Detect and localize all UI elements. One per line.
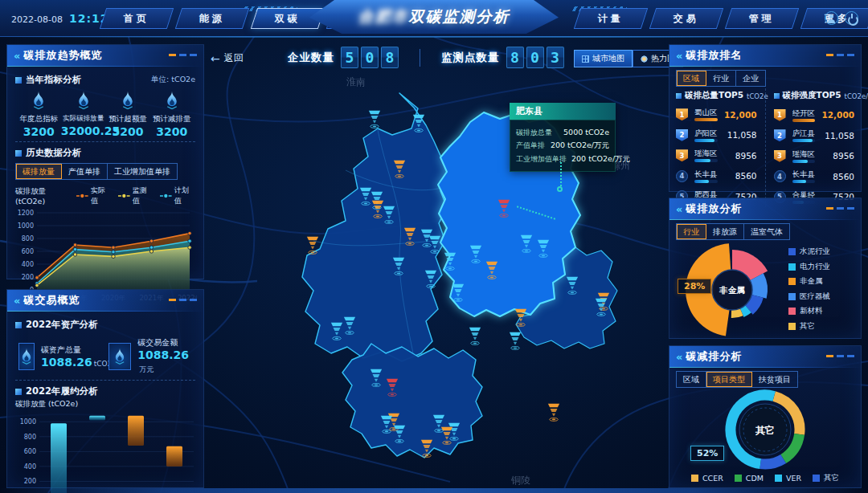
double-chevron-icon: « bbox=[14, 50, 18, 62]
tab-排放源[interactable]: 排放源 bbox=[706, 224, 744, 239]
legend-label: 计划值 bbox=[174, 185, 195, 206]
tooltip-row-label: 工业增加值单排 bbox=[516, 154, 567, 165]
rose-legend: 水泥行业电力行业非金属医疗器械新材料其它 bbox=[788, 246, 830, 332]
rank-bar-track bbox=[792, 160, 816, 163]
metric-value: 32000.25 bbox=[61, 124, 106, 137]
flame-icon bbox=[164, 91, 180, 109]
power-icon[interactable] bbox=[845, 11, 858, 25]
reduction-tabs: 区域项目类型扶贫项目 bbox=[676, 371, 798, 388]
tab-扶贫项目[interactable]: 扶贫项目 bbox=[752, 372, 797, 387]
rank-row-main: 瑶海区 bbox=[694, 149, 718, 162]
rank-medal-icon: 3 bbox=[676, 149, 688, 161]
emission-tabs: 行业排放源温室气体 bbox=[676, 223, 790, 240]
rank-bar bbox=[694, 180, 709, 183]
rank-name: 瑶海区 bbox=[694, 149, 718, 157]
divider bbox=[15, 141, 195, 142]
rank-row: 4长丰县8560 bbox=[774, 166, 855, 187]
page-title-main: 双碳监测分析 bbox=[409, 7, 510, 25]
pie-legend-item-水泥行业: 水泥行业 bbox=[788, 246, 830, 257]
rank-bar bbox=[694, 118, 718, 121]
panel-title: 碳交易概览 bbox=[23, 293, 80, 308]
stats-separator bbox=[420, 49, 420, 67]
legend-swatch bbox=[788, 323, 796, 330]
bottom-frame-line bbox=[0, 488, 868, 493]
tooltip-row: 产值单排200 tCO2e/万元 bbox=[516, 141, 609, 151]
nav-tab-能源[interactable]: 能源 bbox=[175, 8, 249, 29]
metric-value: 3200 bbox=[149, 125, 194, 138]
legend-label: 其它 bbox=[800, 321, 815, 332]
map-view-switch: 城市地图热力图 bbox=[574, 50, 683, 67]
section-title: 2022年资产分析 bbox=[15, 319, 98, 331]
back-button[interactable]: ← 返回 bbox=[211, 51, 244, 65]
map-marker-cyan[interactable] bbox=[469, 328, 481, 345]
rank-columns: 碳排总量TOP5tCO2e1蜀山区12,0002庐阳区11,0583瑶海区895… bbox=[676, 88, 854, 207]
tab-产值单排[interactable]: 产值单排 bbox=[62, 164, 108, 179]
flame-icon bbox=[31, 91, 47, 109]
asset-metrics: 碳资产总量1088.26tCO2e 碳交易金额1088.26万元 bbox=[15, 332, 195, 377]
tab-项目类型[interactable]: 项目类型 bbox=[706, 372, 752, 387]
tab-区域[interactable]: 区域 bbox=[677, 372, 706, 387]
metric-预计超额量: 预计超额量3200 bbox=[106, 91, 150, 138]
legend-swatch bbox=[788, 293, 796, 300]
nav-tab-label: 管理 bbox=[749, 12, 775, 26]
nav-tab-交易[interactable]: 交易 bbox=[649, 8, 723, 29]
rank-column-2: 碳排强度TOP5tCO2e/万元1经开区12,0002庐江县11,0583瑶海区… bbox=[765, 88, 855, 207]
stat-digit: 8 bbox=[381, 47, 399, 68]
tooltip-row-value: 200 tCO2e/万元 bbox=[571, 154, 630, 165]
legend-swatch bbox=[691, 475, 698, 482]
map-view-label: 城市地图 bbox=[592, 53, 624, 64]
rank-header-unit: tCO2e/万元 bbox=[845, 92, 868, 102]
section-title: 当年指标分析 bbox=[15, 74, 81, 86]
svg-text:400: 400 bbox=[22, 261, 34, 268]
rank-bar-track bbox=[792, 180, 816, 183]
nav-tab-label: 交易 bbox=[674, 12, 699, 26]
flame-icon bbox=[113, 348, 127, 365]
legend-swatch bbox=[735, 475, 742, 482]
svg-text:600: 600 bbox=[24, 448, 36, 455]
divider bbox=[15, 380, 195, 381]
section-title: 2022年履约分析 bbox=[15, 385, 98, 397]
donut-legend-item-其它: 其它 bbox=[813, 473, 839, 483]
compliance-waterfall-chart: 02004006008001000碳排放总量国家发放配额配额交易量CCER购买总… bbox=[15, 409, 197, 493]
rank-header-title: 碳排总量TOP5 bbox=[676, 90, 743, 101]
legend-label: 实际值 bbox=[91, 185, 112, 206]
rank-bar bbox=[792, 119, 816, 122]
tab-企业[interactable]: 企业 bbox=[736, 71, 765, 86]
rank-tabs: 区域行业企业 bbox=[676, 70, 766, 87]
panel-emission-rank: « 碳排放排名 区域行业企业 碳排总量TOP5tCO2e1蜀山区12,0002庐… bbox=[669, 44, 862, 192]
map-marker-orange[interactable] bbox=[307, 237, 318, 255]
legend-label: CDM bbox=[746, 474, 764, 483]
stat-digits: 803 bbox=[506, 47, 563, 68]
rank-medal-icon: 4 bbox=[676, 170, 688, 182]
tab-碳排放量[interactable]: 碳排放量 bbox=[16, 164, 62, 179]
dashboard-screen: 淮南滁州铜陵 2022-08-08 12:12:12 首页能源双碳设备 计量交易… bbox=[0, 0, 868, 493]
flame-icon-box bbox=[108, 343, 131, 370]
nav-tab-管理[interactable]: 管理 bbox=[725, 8, 799, 29]
nav-tab-计量[interactable]: 计量 bbox=[574, 8, 648, 29]
tab-行业[interactable]: 行业 bbox=[706, 71, 736, 86]
tab-工业增加值单排[interactable]: 工业增加值单排 bbox=[108, 164, 177, 179]
heatmap-icon bbox=[641, 55, 648, 63]
metric-label: 实际碳排放量 bbox=[61, 114, 106, 124]
legend-label: 监测值 bbox=[133, 185, 154, 206]
rank-row-main: 瑶海区 bbox=[792, 149, 816, 163]
stat-digit: 3 bbox=[546, 47, 563, 68]
user-icon[interactable] bbox=[825, 11, 838, 25]
map-marker-cyan[interactable] bbox=[510, 332, 521, 350]
nav-tab-首页[interactable]: 首页 bbox=[100, 8, 174, 29]
panel-header: « 碳交易概览 bbox=[7, 290, 203, 311]
double-chevron-icon: « bbox=[676, 203, 681, 215]
svg-text:400: 400 bbox=[24, 463, 36, 471]
flame-icon bbox=[19, 348, 34, 365]
page-title-prefix: 合肥市 bbox=[358, 7, 409, 25]
tab-温室气体[interactable]: 温室气体 bbox=[744, 224, 789, 239]
panel-title: 碳减排分析 bbox=[686, 349, 742, 364]
map-view-button-城市地图[interactable]: 城市地图 bbox=[574, 50, 633, 67]
map-marker-orange[interactable] bbox=[548, 404, 559, 422]
tab-区域[interactable]: 区域 bbox=[677, 71, 706, 86]
stat-digit: 8 bbox=[506, 47, 523, 68]
rank-bar-track bbox=[694, 139, 718, 142]
tab-行业[interactable]: 行业 bbox=[677, 224, 706, 239]
map-marker-cyan[interactable] bbox=[369, 111, 380, 128]
rank-row-main: 长丰县 bbox=[694, 169, 718, 183]
